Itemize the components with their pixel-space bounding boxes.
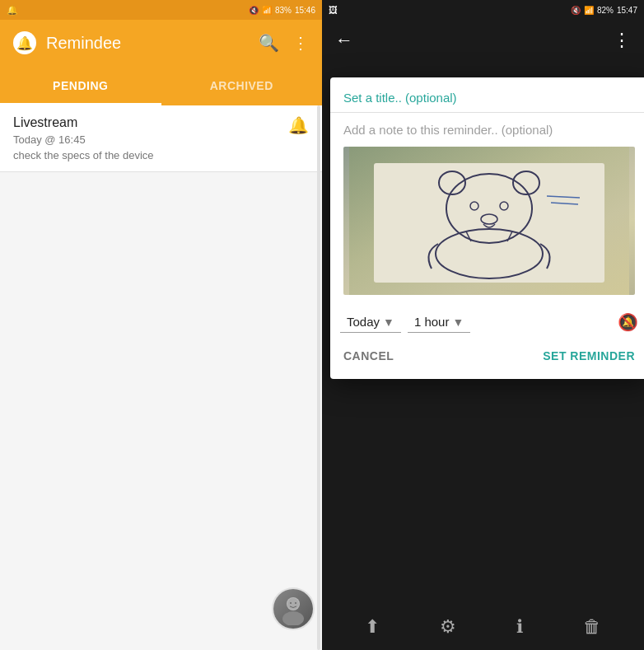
- time-left: 15:46: [295, 6, 315, 15]
- scrollbar: [317, 105, 320, 650]
- reminder-title: Livestream: [13, 115, 282, 130]
- more-button-right[interactable]: ⋮: [613, 30, 631, 51]
- reminder-item[interactable]: Livestream Today @ 16:45 check the specs…: [0, 105, 322, 172]
- wifi-icon-left: 📶: [262, 6, 272, 15]
- app-bar-right: ← ⋮: [322, 20, 644, 61]
- dialog-time-row: Today ▼ 1 hour ▼ 🔕: [340, 311, 638, 333]
- date-dropdown-arrow: ▼: [383, 316, 394, 329]
- reminder-list: Livestream Today @ 16:45 check the specs…: [0, 105, 322, 172]
- delete-button[interactable]: 🗑: [583, 616, 601, 638]
- app-icon: 🔔: [13, 31, 36, 54]
- mute-icon-left: 🔇: [249, 6, 259, 15]
- date-select-value: Today: [347, 315, 380, 329]
- svg-rect-6: [374, 163, 604, 283]
- info-button[interactable]: ℹ: [516, 616, 523, 638]
- left-panel: 🔔 🔇 📶 83% 15:46 🔔 Remindee 🔍 ⋮ PENDING A…: [0, 0, 322, 650]
- status-img-icon-right: 🖼: [329, 5, 338, 15]
- svg-point-1: [282, 611, 304, 625]
- note-placeholder[interactable]: Add a note to this reminder.. (optional): [343, 123, 553, 137]
- title-placeholder[interactable]: Set a title.. (optional): [343, 91, 457, 105]
- time-select[interactable]: 1 hour ▼: [408, 311, 470, 333]
- mute-icon-dialog[interactable]: 🔕: [618, 312, 638, 332]
- bell-icon: 🔔: [16, 35, 33, 51]
- dialog-actions: CANCEL SET REMINDER: [340, 343, 638, 369]
- time-right: 15:47: [617, 6, 637, 15]
- fab-avatar[interactable]: [272, 587, 315, 630]
- tab-archived[interactable]: ARCHIVED: [161, 66, 323, 105]
- dialog-note-section[interactable]: Add a note to this reminder.. (optional): [330, 113, 644, 143]
- wifi-icon-right: 📶: [584, 6, 594, 15]
- more-button-left[interactable]: ⋮: [292, 33, 309, 53]
- left-panel-body: Livestream Today @ 16:45 check the specs…: [0, 105, 322, 650]
- mute-icon-right: 🔇: [571, 6, 581, 15]
- svg-point-4: [295, 602, 296, 604]
- status-icons-left: 🔇 📶 83% 15:46: [249, 6, 315, 15]
- svg-point-3: [290, 602, 292, 604]
- battery-text-right: 82%: [597, 6, 614, 15]
- adjust-button[interactable]: ⚙: [440, 616, 456, 638]
- reminder-time: Today @ 16:45: [13, 133, 282, 146]
- status-notification-icon: 🔔: [7, 5, 18, 16]
- time-select-value: 1 hour: [414, 315, 450, 329]
- reminder-note: check the specs of the device: [13, 149, 282, 161]
- bottom-nav: ⬆ ⚙ ℹ 🗑: [322, 604, 644, 650]
- tab-pending[interactable]: PENDING: [0, 66, 161, 105]
- search-button[interactable]: 🔍: [259, 33, 279, 53]
- battery-text-left: 83%: [275, 6, 292, 15]
- app-bar-left: 🔔 Remindee 🔍 ⋮: [0, 20, 322, 66]
- status-bar-left: 🔔 🔇 📶 83% 15:46: [0, 0, 322, 20]
- tabs: PENDING ARCHIVED: [0, 66, 322, 105]
- app-bar-actions: 🔍 ⋮: [259, 33, 309, 53]
- right-body: Set a title.. (optional) Add a note to t…: [322, 61, 644, 604]
- back-button[interactable]: ←: [335, 30, 353, 51]
- avatar-svg: [277, 592, 310, 625]
- set-reminder-button[interactable]: SET REMINDER: [539, 343, 638, 369]
- status-bar-right: 🖼 🔇 📶 82% 15:47: [322, 0, 644, 20]
- bear-drawing-svg: [343, 147, 635, 295]
- reminder-dialog: Set a title.. (optional) Add a note to t…: [330, 77, 644, 379]
- reminder-bell-icon[interactable]: 🔔: [288, 115, 309, 135]
- status-icons-right: 🔇 📶 82% 15:47: [571, 6, 637, 15]
- app-title: Remindee: [46, 34, 249, 53]
- dialog-title-section[interactable]: Set a title.. (optional): [330, 77, 644, 113]
- share-button[interactable]: ⬆: [365, 616, 380, 638]
- reminder-content: Livestream Today @ 16:45 check the specs…: [13, 115, 282, 161]
- dialog-footer: Today ▼ 1 hour ▼ 🔕 CANCEL SET REMINDER: [330, 305, 644, 379]
- right-panel: 🖼 🔇 📶 82% 15:47 ← ⋮ Set a title.. (optio…: [322, 0, 644, 650]
- dialog-image: [343, 147, 635, 295]
- cancel-button[interactable]: CANCEL: [340, 343, 397, 369]
- date-select[interactable]: Today ▼: [340, 311, 401, 333]
- user-avatar: [273, 589, 313, 629]
- time-dropdown-arrow: ▼: [452, 316, 464, 329]
